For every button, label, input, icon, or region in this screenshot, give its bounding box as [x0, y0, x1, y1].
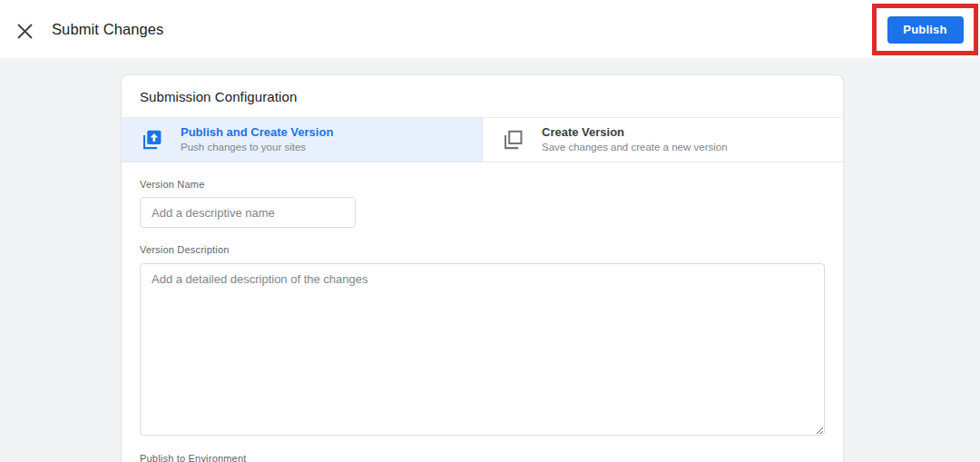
top-header-bar: Submit Changes Publish [0, 0, 980, 58]
tab-text-block: Create Version Save changes and create a… [542, 125, 728, 154]
close-button[interactable] [13, 19, 36, 43]
tab-text-block: Publish and Create Version Push changes … [181, 125, 333, 154]
red-highlight-annotation: Publish [872, 4, 978, 55]
version-name-input[interactable] [140, 197, 356, 228]
publish-button[interactable]: Publish [887, 16, 964, 44]
tab-publish-and-create-version[interactable]: Publish and Create Version Push changes … [122, 118, 482, 162]
tab-title: Publish and Create Version [181, 125, 333, 140]
submission-tabs: Publish and Create Version Push changes … [122, 117, 843, 162]
tab-subtitle: Save changes and create a new version [542, 141, 728, 154]
version-form: Version Name Version Description Publish… [122, 162, 843, 462]
page-title: Submit Changes [52, 0, 163, 58]
publish-to-environment-label: Publish to Environment [140, 453, 825, 462]
version-description-textarea[interactable] [140, 263, 825, 436]
tab-title: Create Version [542, 125, 728, 140]
publish-upload-stacked-icon [140, 128, 163, 152]
stacked-squares-icon [501, 128, 524, 152]
tab-subtitle: Push changes to your sites [181, 141, 333, 154]
submission-configuration-card: Submission Configuration Publish and Cre… [121, 74, 844, 462]
version-description-label: Version Description [140, 244, 825, 255]
version-name-label: Version Name [140, 179, 825, 190]
tab-create-version[interactable]: Create Version Save changes and create a… [482, 118, 843, 162]
close-icon [17, 24, 33, 39]
card-title: Submission Configuration [122, 75, 843, 117]
